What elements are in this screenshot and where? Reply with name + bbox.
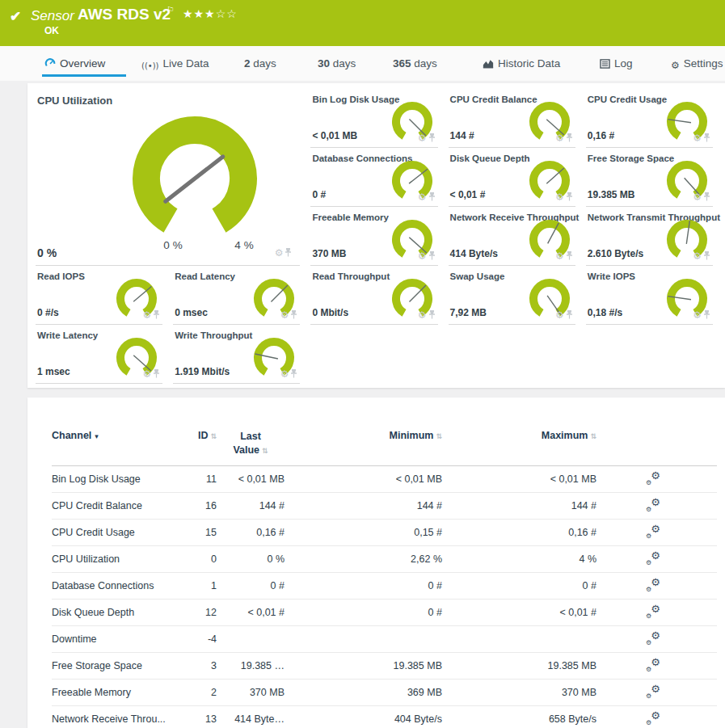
table-row: CPU Utilization 0 0 % 2,62 % 4 % ⚙⚙ — [52, 546, 717, 573]
gauge-pin-icon[interactable] — [703, 310, 710, 321]
channel-id: 11 — [173, 473, 217, 485]
gauge-settings-icon[interactable]: ⚙ — [555, 252, 564, 261]
gauge-settings-icon[interactable]: ⚙ — [555, 134, 564, 143]
tab-historic-data[interactable]: Historic Data — [483, 57, 560, 71]
gauge-value: 0 #/s — [37, 307, 59, 318]
channel-settings-icon[interactable]: ⚙⚙ — [646, 604, 660, 617]
gauge-settings-icon[interactable]: ⚙ — [142, 311, 151, 320]
channel-last-value: < 0,01 MB — [217, 473, 285, 485]
table-row: Free Storage Space 3 19.385 … 19.385 MB … — [52, 653, 717, 680]
channel-settings-icon[interactable]: ⚙⚙ — [646, 711, 660, 724]
gauge-settings-icon[interactable]: ⚙ — [418, 134, 427, 143]
table-row: Disk Queue Depth 12 < 0,01 # 0 # < 0,01 … — [52, 600, 717, 626]
gauge-pin-icon[interactable] — [428, 310, 436, 321]
gauge-settings-icon[interactable]: ⚙ — [142, 370, 151, 379]
column-header-maximum[interactable]: Maximum⇅ — [442, 430, 596, 441]
channel-name[interactable]: Database Connections — [52, 580, 173, 591]
column-header-id[interactable]: ID⇅ — [173, 430, 217, 441]
gauge-settings-icon[interactable]: ⚙ — [418, 311, 427, 320]
table-body: Bin Log Disk Usage 11 < 0,01 MB < 0,01 M… — [27, 466, 725, 728]
gauge-pin-icon[interactable] — [566, 192, 573, 203]
channel-name[interactable]: CPU Utilization — [52, 553, 173, 565]
flag-icon[interactable]: ⚐ — [166, 5, 175, 15]
channel-settings-icon[interactable]: ⚙⚙ — [646, 631, 660, 644]
gauge-pin-icon[interactable] — [153, 369, 160, 380]
tab-30-days[interactable]: 30 days — [318, 57, 356, 69]
channel-settings-icon[interactable]: ⚙⚙ — [646, 471, 660, 484]
gauge-scale-max: 4 % — [234, 239, 253, 251]
tab-settings[interactable]: ⚙Settings — [671, 57, 723, 71]
gauge-title: CPU Credit Balance — [450, 95, 537, 104]
tab-settings-label: Settings — [684, 57, 723, 69]
gauge-settings-icon[interactable]: ⚙ — [555, 311, 564, 320]
tab-log[interactable]: Log — [600, 57, 633, 71]
gauge-pin-icon[interactable] — [566, 251, 573, 262]
channel-settings-icon[interactable]: ⚙⚙ — [646, 658, 660, 671]
sort-icon: ⇅ — [436, 432, 442, 440]
channel-name[interactable]: Downtime — [52, 633, 173, 645]
channel-table-panel: Channel▾ ID⇅ Last Value⇅ Minimum⇅ Maximu… — [27, 398, 725, 728]
gauge-pin-icon[interactable] — [290, 310, 297, 321]
gauge-pin-icon[interactable] — [428, 251, 436, 262]
tab-historic-data-label: Historic Data — [498, 57, 560, 69]
channel-last-value: 19.385 … — [217, 660, 285, 671]
gauge-icon — [44, 57, 56, 71]
gauge-settings-icon[interactable]: ⚙ — [693, 311, 702, 320]
gauge-title: Write Throughput — [175, 330, 252, 340]
tab-365-days[interactable]: 365 days — [393, 57, 437, 69]
gauge-pin-icon[interactable] — [290, 369, 297, 380]
channel-settings-icon[interactable]: ⚙⚙ — [646, 578, 660, 591]
channel-minimum: 0 # — [285, 580, 442, 591]
tab-overview-label: Overview — [60, 57, 105, 69]
channel-name[interactable]: CPU Credit Balance — [52, 500, 173, 511]
gauge-pin-icon[interactable] — [285, 248, 292, 259]
overview-grid: CPU Utilization 0 % 4 % 0 % ⚙ Bin Log Di… — [36, 89, 723, 384]
gauge-tile: Disk Queue Depth < 0,01 # ⚙ — [449, 148, 575, 207]
gauge-settings-icon[interactable]: ⚙ — [418, 193, 427, 202]
rating-stars[interactable]: ★★★☆☆ — [183, 7, 238, 20]
gauge-pin-icon[interactable] — [153, 310, 160, 321]
channel-name[interactable]: Bin Log Disk Usage — [52, 473, 173, 485]
column-header-last-value[interactable]: Last Value⇅ — [217, 430, 285, 457]
channel-name[interactable]: Network Receive Throu... — [52, 713, 173, 725]
channel-name[interactable]: CPU Credit Usage — [52, 527, 173, 538]
gauge-value: < 0,01 # — [450, 189, 486, 200]
gauge-pin-icon[interactable] — [566, 310, 573, 321]
gauge-value: 0 % — [37, 246, 57, 259]
channel-settings-icon[interactable]: ⚙⚙ — [646, 524, 660, 537]
gauge-settings-icon[interactable]: ⚙ — [693, 252, 702, 261]
tab-live-data[interactable]: ((•))Live Data — [141, 57, 209, 70]
column-header-minimum[interactable]: Minimum⇅ — [285, 430, 442, 441]
gauge-settings-icon[interactable]: ⚙ — [418, 252, 427, 261]
column-header-channel[interactable]: Channel▾ — [52, 430, 173, 441]
gauge-settings-icon[interactable]: ⚙ — [280, 370, 289, 379]
channel-settings-icon[interactable]: ⚙⚙ — [646, 551, 660, 564]
gauge-pin-icon[interactable] — [703, 192, 710, 203]
channel-name[interactable]: Free Storage Space — [52, 660, 173, 671]
channel-name[interactable]: Disk Queue Depth — [52, 607, 173, 618]
gauge-settings-icon[interactable]: ⚙ — [555, 193, 564, 202]
gauge-pin-icon[interactable] — [566, 133, 573, 144]
channel-name[interactable]: Freeable Memory — [52, 687, 173, 698]
gauge-pin-icon[interactable] — [703, 133, 710, 144]
gauge-title: Bin Log Disk Usage — [312, 95, 399, 104]
gauge-value: 0,18 #/s — [588, 307, 622, 318]
gauge-tile: Write Latency 1 msec ⚙ — [36, 325, 162, 384]
gauge-tile: Free Storage Space 19.385 MB ⚙ — [586, 148, 713, 207]
gauge-settings-icon[interactable]: ⚙ — [280, 311, 289, 320]
tab-2-days[interactable]: 2 days — [244, 57, 276, 69]
gauge-settings-icon[interactable]: ⚙ — [275, 249, 284, 258]
channel-settings-icon[interactable]: ⚙⚙ — [646, 684, 660, 697]
channel-settings-icon[interactable]: ⚙⚙ — [646, 498, 660, 511]
table-row: Database Connections 1 0 # 0 # 0 # ⚙⚙ — [52, 573, 717, 600]
gauge-settings-icon[interactable]: ⚙ — [693, 134, 702, 143]
channel-maximum: 370 MB — [442, 687, 596, 698]
gauge-title: Write Latency — [37, 330, 98, 340]
gauge-pin-icon[interactable] — [703, 251, 710, 262]
tab-overview[interactable]: Overview — [44, 57, 105, 71]
gauge-pin-icon[interactable] — [428, 133, 436, 144]
tab-2-days-number: 2 — [244, 57, 251, 69]
gauge-settings-icon[interactable]: ⚙ — [693, 193, 702, 202]
gauge-tile: Freeable Memory 370 MB ⚙ — [310, 207, 437, 266]
gauge-pin-icon[interactable] — [428, 192, 436, 203]
